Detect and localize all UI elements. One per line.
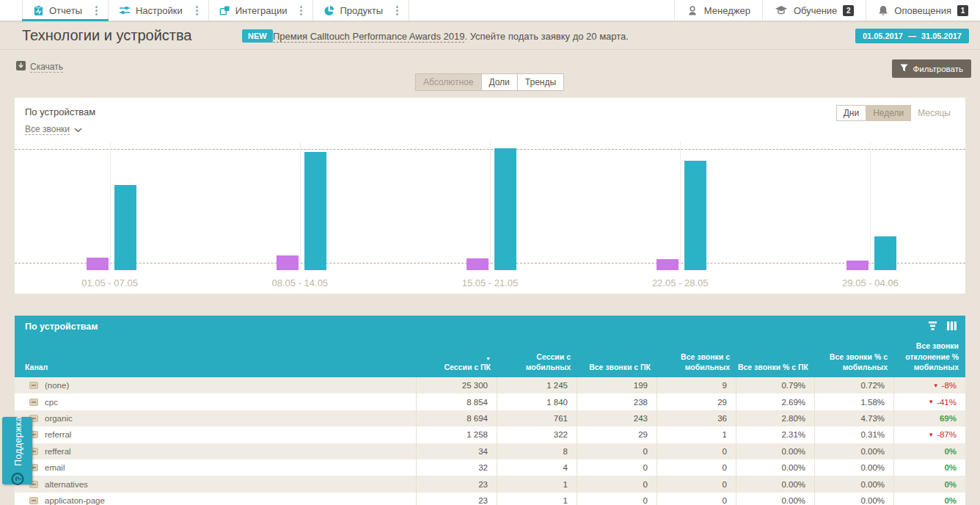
channel-name: email: [45, 463, 65, 472]
table-row[interactable]: organic 8 694761243362.80%4.73%69%: [15, 410, 965, 426]
cell-calls-pct-mobile: 0.72%: [815, 377, 894, 393]
cell-calls-mobile: 0: [657, 459, 736, 476]
nav-tab-settings[interactable]: Настройки: [109, 0, 209, 21]
triangle-down-icon: ▼: [933, 382, 939, 389]
cell-calls-pc: 0: [577, 476, 657, 492]
nav-tab-products[interactable]: Продукты: [313, 0, 409, 21]
nav-tab-label: Продукты: [340, 5, 383, 16]
cell-calls-mobile: 29: [657, 393, 736, 410]
cell-calls-pct-mobile: 4.73%: [815, 410, 894, 426]
triangle-down-icon: ▼: [928, 399, 934, 405]
nav-item-notifications[interactable]: Оповещения 1: [866, 0, 980, 21]
bar-pc[interactable]: [304, 152, 326, 270]
table-body: (none) 25 3001 24519990.79%0.72%▼-8% cpc…: [15, 377, 965, 505]
kebab-menu-icon[interactable]: [89, 4, 103, 18]
bar-mobile[interactable]: [277, 255, 299, 270]
products-icon: [323, 5, 334, 16]
table-row[interactable]: email 324000.00%0.00%0%: [15, 459, 965, 476]
triangle-down-icon: ▼: [928, 432, 934, 438]
cell-calls-mobile: 0: [657, 443, 736, 459]
column-header[interactable]: Все звонки % с ПК: [736, 362, 815, 377]
expand-icon[interactable]: [29, 497, 38, 504]
view-mode-tabs: АбсолютноеДолиТренды: [416, 73, 564, 91]
cell-calls-pc: 0: [577, 459, 657, 476]
bar-pc[interactable]: [874, 236, 896, 270]
expand-icon[interactable]: [29, 399, 38, 406]
cell-deviation: ▼-41%: [894, 393, 965, 410]
new-badge: NEW: [242, 29, 273, 43]
column-label: Все звонки отклонение % мобильных: [905, 341, 959, 371]
column-label: Все звонки с мобильных: [681, 352, 730, 371]
question-icon: ?: [11, 473, 23, 485]
cell-sessions-mobile: 322: [497, 426, 577, 443]
integrations-icon: [219, 5, 230, 16]
view-tab-shares[interactable]: Доли: [480, 73, 517, 91]
table-row[interactable]: applicaton-page 231000.00%0.00%0%: [15, 493, 965, 505]
bar-pc[interactable]: [494, 148, 516, 270]
cell-deviation: 0%: [894, 493, 965, 505]
kebab-menu-icon[interactable]: [190, 4, 204, 18]
nav-tab-integrations[interactable]: Интеграции: [209, 0, 314, 21]
cell-sessions-pc: 8 694: [417, 410, 497, 426]
column-header[interactable]: ▼ Сессии с ПК: [417, 355, 497, 377]
table-row[interactable]: alternatives 231000.00%0.00%0%: [15, 476, 965, 492]
cell-calls-mobile: 36: [657, 410, 736, 426]
expand-icon[interactable]: [29, 382, 38, 389]
column-label: Все звонки с ПК: [589, 363, 651, 371]
vertical-gridline: [110, 142, 111, 269]
table-sort-icon[interactable]: [928, 321, 937, 330]
nav-item-education[interactable]: Обучение 2: [762, 0, 866, 21]
table-row[interactable]: referral 1 2583222912.31%0.31%▼-87%: [15, 426, 965, 443]
cell-calls-pct-pc: 2.31%: [736, 426, 815, 443]
x-axis-label: 15.05 - 21.05: [395, 277, 585, 288]
date-range-picker[interactable]: 01.05.2017 — 31.05.2017: [855, 29, 969, 43]
table-row[interactable]: cpc 8 8541 840238292.69%1.58%▼-41%: [15, 393, 965, 410]
sort-desc-icon: ▼: [417, 355, 491, 362]
kebab-menu-icon[interactable]: [294, 4, 308, 18]
download-link[interactable]: Скачать: [16, 60, 63, 73]
cell-deviation: 0%: [894, 476, 965, 492]
support-label: Поддержка: [12, 416, 23, 466]
support-tab[interactable]: ? Поддержка: [2, 417, 32, 484]
view-tab-absolute[interactable]: Абсолютное: [415, 73, 482, 91]
column-header[interactable]: Все звонки отклонение % мобильных: [894, 341, 965, 377]
cell-calls-pct-mobile: 1.58%: [815, 393, 894, 410]
table-columns-icon[interactable]: [947, 321, 957, 330]
bar-mobile[interactable]: [467, 258, 489, 270]
filter-button[interactable]: Фильтровать: [892, 59, 971, 78]
download-label: Скачать: [30, 62, 63, 73]
bar-pc[interactable]: [114, 185, 136, 270]
nav-item-manager[interactable]: Менеджер: [674, 0, 762, 21]
table-row[interactable]: (none) 25 3001 24519990.79%0.72%▼-8%: [15, 377, 965, 393]
view-tab-trends[interactable]: Тренды: [517, 73, 564, 91]
column-header[interactable]: Сессии с мобильных: [497, 352, 577, 377]
cell-calls-pc: 0: [577, 493, 657, 505]
cell-calls-pct-pc: 2.80%: [736, 410, 815, 426]
promo-text: . Успейте подать заявку до 20 марта.: [464, 31, 629, 42]
deviation-value: -8%: [942, 381, 957, 390]
cell-sessions-pc: 8 854: [417, 393, 497, 410]
channel-name: alternatives: [45, 480, 88, 489]
column-header[interactable]: Все звонки с мобильных: [657, 352, 736, 377]
promo-link[interactable]: Премия Calltouch Performance Awards 2019: [273, 31, 464, 43]
badge-count: 2: [843, 5, 854, 16]
cell-calls-pct-pc: 0.00%: [736, 459, 815, 476]
cell-calls-mobile: 1: [657, 426, 736, 443]
column-header[interactable]: Все звонки с ПК: [577, 362, 657, 377]
kebab-menu-icon[interactable]: [390, 4, 404, 18]
date-to[interactable]: 31.05.2017: [921, 32, 962, 40]
table-row[interactable]: refferal 348000.00%0.00%0%: [15, 443, 965, 459]
column-header[interactable]: Все звонки % с мобильных: [815, 352, 894, 377]
bar-mobile[interactable]: [657, 259, 679, 270]
chart-group: 22.05 - 28.05: [585, 98, 775, 294]
channel-name: refferal: [45, 447, 71, 456]
column-header[interactable]: Канал: [15, 362, 417, 377]
nav-tab-reports[interactable]: Отчеты: [22, 0, 109, 21]
bar-mobile[interactable]: [846, 261, 869, 270]
date-separator: —: [908, 32, 916, 40]
bar-mobile[interactable]: [87, 258, 109, 270]
channel-name: referral: [45, 430, 71, 439]
bar-pc[interactable]: [684, 161, 706, 270]
column-label: Сессии с ПК: [444, 363, 491, 371]
date-from[interactable]: 01.05.2017: [863, 32, 903, 40]
